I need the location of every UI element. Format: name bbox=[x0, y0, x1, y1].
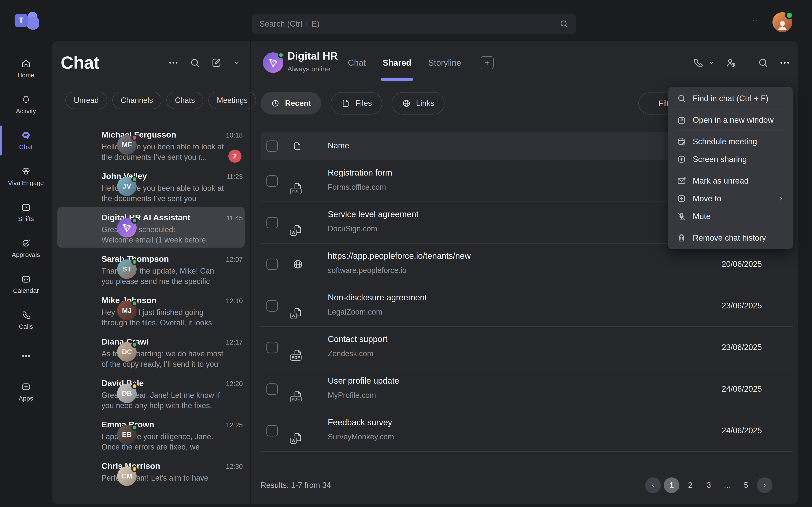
unread-count-badge: 2 bbox=[229, 150, 242, 163]
open-in-new-window-icon bbox=[677, 115, 687, 125]
row-checkbox[interactable] bbox=[266, 300, 278, 312]
presence-available-dot bbox=[131, 217, 138, 224]
rail-item-calls[interactable]: Calls bbox=[0, 302, 52, 338]
menu-item-open-new-window[interactable]: Open in a new window bbox=[668, 111, 793, 129]
rail-item-approvals[interactable]: Approvals bbox=[0, 230, 52, 266]
presence-available-dot bbox=[131, 259, 138, 265]
table-row[interactable]: https://app.peopleforce.io/tenants/new s… bbox=[260, 243, 793, 285]
file-name[interactable]: Registration form bbox=[328, 168, 392, 177]
chat-item[interactable]: DB David Bale12:20 Great to hear, Jane! … bbox=[52, 372, 250, 414]
table-row[interactable]: PDF Contact support Zendesk.com 23/06/20… bbox=[260, 327, 793, 369]
row-checkbox[interactable] bbox=[266, 259, 278, 270]
chip-chats[interactable]: Chats bbox=[166, 92, 203, 109]
file-name[interactable]: User profile update bbox=[328, 376, 399, 386]
presence-available-dot bbox=[131, 176, 138, 182]
menu-item-move-to[interactable]: Move to bbox=[668, 190, 793, 208]
row-checkbox[interactable] bbox=[266, 425, 278, 437]
file-date: 24/06/2025 bbox=[722, 426, 762, 435]
menu-item-mute[interactable]: Mute bbox=[668, 208, 793, 225]
add-people-button[interactable] bbox=[725, 57, 737, 68]
rail-item-shifts[interactable]: Shifts bbox=[0, 194, 52, 230]
table-row[interactable]: W Non-disclosure agreement LegalZoom.com… bbox=[260, 285, 793, 327]
avatar: MJ bbox=[117, 301, 137, 320]
pill-links[interactable]: Links bbox=[392, 92, 445, 114]
search-input[interactable]: Search (Ctrl + E) bbox=[252, 14, 576, 34]
row-checkbox[interactable] bbox=[266, 217, 278, 228]
tab-shared[interactable]: Shared bbox=[383, 41, 411, 84]
link-url[interactable]: https://app.peopleforce.io/tenants/new bbox=[328, 251, 471, 261]
digital-hr-avatar[interactable] bbox=[263, 52, 283, 73]
page-1-button[interactable]: 1 bbox=[664, 477, 679, 493]
row-checkbox[interactable] bbox=[266, 175, 278, 187]
clock-icon bbox=[271, 99, 280, 108]
menu-item-mark-as-unread[interactable]: Mark as unread bbox=[668, 172, 793, 190]
page-3-button[interactable]: 3 bbox=[701, 477, 717, 493]
chat-item-selected[interactable]: Digital HR AI Assistant11:45 Great! I've… bbox=[52, 207, 250, 248]
table-row[interactable]: W Feedback survey SurveyMonkey.com 24/06… bbox=[260, 410, 793, 452]
tab-chat[interactable]: Chat bbox=[348, 41, 366, 84]
rail-item-activity[interactable]: Activity bbox=[0, 87, 52, 122]
row-checkbox[interactable] bbox=[266, 342, 278, 353]
prev-page-button[interactable] bbox=[645, 477, 661, 493]
chat-item[interactable]: DC Diana Crawl12:17 As for onboarding: w… bbox=[52, 331, 250, 372]
rail-item-home[interactable]: Home bbox=[0, 51, 52, 87]
chip-meetings[interactable]: Meetings bbox=[208, 92, 256, 109]
file-name[interactable]: Contact support bbox=[328, 334, 388, 344]
rail-label: Apps bbox=[18, 395, 33, 402]
page-2-button[interactable]: 2 bbox=[682, 477, 698, 493]
file-name[interactable]: Service level agreement bbox=[328, 210, 418, 219]
user-avatar[interactable] bbox=[772, 12, 792, 32]
call-button[interactable] bbox=[692, 57, 704, 68]
menu-item-schedule-meeting[interactable]: Schedule meeting bbox=[668, 133, 793, 151]
new-chat-button[interactable] bbox=[211, 57, 222, 68]
chat-item[interactable]: MF Michael Fergusson10:18 Hello! Have yo… bbox=[52, 124, 250, 165]
chat-search-button[interactable] bbox=[190, 57, 200, 68]
chevron-right-icon bbox=[761, 482, 768, 489]
file-icon bbox=[341, 99, 350, 108]
table-row[interactable]: PDF User profile update MyProfile.com 24… bbox=[260, 369, 793, 410]
chat-time: 11:45 bbox=[226, 214, 243, 222]
call-options-chevron-icon[interactable] bbox=[708, 59, 715, 66]
chat-item[interactable]: EB Emma Brown12:25 I appreciate your dil… bbox=[52, 414, 250, 455]
tab-storyline[interactable]: Storyline bbox=[428, 41, 461, 84]
chevron-down-icon[interactable] bbox=[233, 59, 241, 67]
conversation-more-button[interactable] bbox=[779, 57, 791, 68]
chip-unread[interactable]: Unread bbox=[65, 92, 107, 109]
screen-share-icon bbox=[677, 155, 687, 164]
rail-item-viva-engage[interactable]: Viva Engage bbox=[0, 158, 52, 194]
pill-files[interactable]: Files bbox=[331, 92, 382, 114]
chat-more-button[interactable] bbox=[168, 57, 179, 68]
chat-item[interactable]: ST Sarah Thompson12:07 Thanks for the up… bbox=[52, 248, 250, 289]
rail-more-button[interactable] bbox=[0, 338, 52, 374]
select-all-checkbox[interactable] bbox=[266, 140, 278, 152]
chat-item[interactable]: MJ Mike Johnson12:10 Hey team, I just fi… bbox=[52, 289, 250, 331]
file-type-icon bbox=[292, 141, 302, 151]
pill-recent[interactable]: Recent bbox=[260, 92, 321, 114]
chat-name: Michael Fergusson bbox=[101, 130, 222, 139]
menu-item-find-in-chat[interactable]: Find in chat (Ctrl + F) bbox=[668, 90, 793, 107]
rail-label: Activity bbox=[16, 108, 36, 115]
rail-label: Viva Engage bbox=[8, 179, 44, 186]
file-date: 23/06/2025 bbox=[722, 301, 762, 310]
chip-channels[interactable]: Channels bbox=[112, 92, 161, 109]
add-tab-button[interactable] bbox=[480, 56, 494, 69]
file-name[interactable]: Non-disclosure agreement bbox=[328, 293, 427, 302]
chat-item[interactable]: JV John Valley11:23 Hello! Have you been… bbox=[52, 165, 250, 207]
rail-item-apps[interactable]: Apps bbox=[0, 374, 52, 410]
menu-item-remove-chat-history[interactable]: Remove chat history bbox=[668, 229, 793, 247]
file-name[interactable]: Feedback survey bbox=[328, 418, 392, 427]
search-icon bbox=[677, 94, 687, 103]
teams-logo-icon[interactable]: T bbox=[13, 11, 39, 31]
topbar-more-button[interactable] bbox=[749, 18, 761, 24]
page-5-button[interactable]: 5 bbox=[738, 477, 754, 493]
find-in-chat-button[interactable] bbox=[757, 57, 769, 68]
next-page-button[interactable] bbox=[757, 477, 772, 493]
chevron-left-icon bbox=[650, 482, 656, 489]
digital-hr-avatar bbox=[117, 218, 137, 237]
rail-item-calendar[interactable]: Calendar bbox=[0, 266, 52, 302]
rail-item-chat[interactable]: Chat bbox=[0, 122, 52, 158]
menu-item-screen-sharing[interactable]: Screen sharing bbox=[668, 151, 793, 168]
chat-item[interactable]: CM Chris Morrison12:30 Perfect, team! Le… bbox=[52, 455, 250, 496]
row-checkbox[interactable] bbox=[266, 383, 278, 395]
calendar-plus-icon bbox=[677, 137, 687, 147]
